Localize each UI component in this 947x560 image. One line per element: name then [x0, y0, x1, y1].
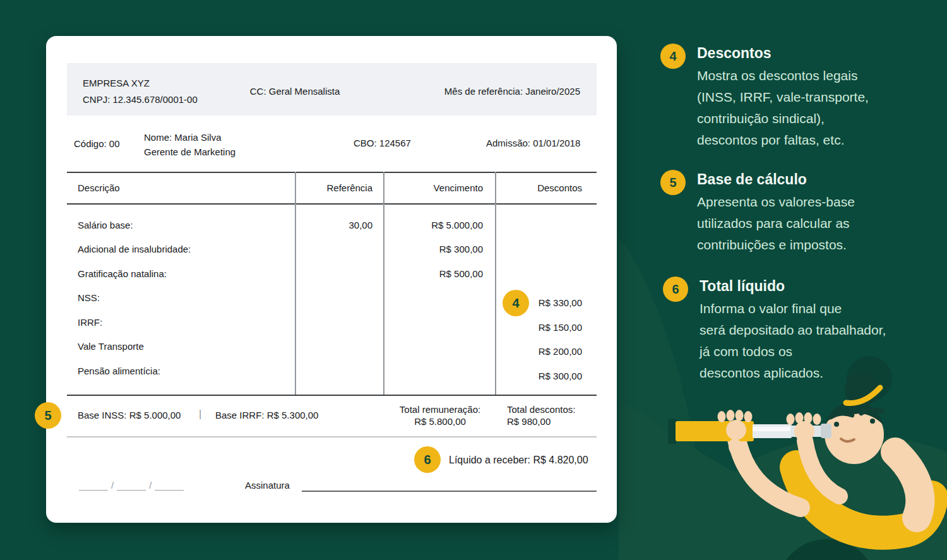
- date-blank: [79, 480, 108, 491]
- annotation-line: descontos aplicados.: [700, 362, 886, 384]
- annotation-5-badge: 5: [660, 170, 686, 195]
- row-label: Gratificação natalina:: [78, 268, 167, 279]
- table-header-border: [67, 203, 597, 205]
- totals-divider: [67, 436, 597, 438]
- row-label: Pensão alimentícia:: [78, 366, 160, 376]
- annotation-line: contribuição sindical),: [697, 108, 869, 129]
- employee-cbo: CBO: 124567: [354, 138, 411, 148]
- annotation-line: Informa o valor final que: [700, 298, 886, 319]
- header-reference: Referência: [326, 182, 372, 193]
- cell-earning: R$ 500,00: [439, 268, 483, 279]
- employee-role: Gerente de Marketing: [144, 146, 235, 157]
- cell-earning: R$ 5.000,00: [431, 220, 483, 230]
- annotation-5-title: Base de cálculo: [697, 170, 855, 189]
- date-slash: /: [108, 480, 117, 491]
- table-top-border: [67, 172, 597, 173]
- total-deductions-label: Total descontos:: [507, 404, 575, 415]
- marker-5-badge: 5: [35, 402, 61, 429]
- annotation-line: (INSS, IRRF, vale-transporte,: [697, 86, 869, 108]
- company-cnpj: CNPJ: 12.345.678/0001-00: [83, 94, 198, 105]
- employee-name: Nome: Maria Silva: [144, 132, 222, 143]
- employee-admission: Admissão: 01/01/2018: [486, 138, 580, 148]
- marker-6-badge: 6: [414, 446, 441, 473]
- row-label: Salário base:: [78, 220, 133, 230]
- total-deductions-value: R$ 980,00: [507, 416, 551, 427]
- annotation-6-badge: 6: [663, 277, 688, 302]
- signature-line: [302, 491, 597, 492]
- cell-deduction: R$ 330,00: [539, 297, 582, 308]
- row-label: NSS:: [78, 292, 100, 303]
- base-inss: Base INSS: R$ 5.000,00: [78, 410, 181, 420]
- company-name: EMPRESA XYZ: [83, 78, 150, 88]
- annotation-line: contribuições e impostos.: [697, 234, 855, 256]
- cell-reference: 30,00: [348, 220, 372, 230]
- net-amount: Líquido a receber: R$ 4.820,00: [449, 455, 588, 466]
- infographic-page: EMPRESA XYZ CNPJ: 12.345.678/0001-00 CC:…: [0, 0, 947, 560]
- annotation-item-6: 6 Total líquido Informa o valor final qu…: [663, 277, 886, 384]
- table-bottom-border: [67, 395, 597, 396]
- column-divider: [495, 172, 496, 395]
- signature-label: Assinatura: [245, 480, 290, 491]
- background-ornaments: [619, 209, 947, 560]
- base-irrf: Base IRRF: R$ 5.300,00: [215, 410, 318, 420]
- reference-month: Mês de referência: Janeiro/2025: [444, 86, 580, 97]
- cost-center: CC: Geral Mensalista: [232, 86, 358, 97]
- total-remuneration-label: Total remuneração:: [390, 404, 491, 415]
- header-earnings: Vencimento: [434, 182, 483, 193]
- column-divider: [383, 172, 384, 395]
- base-separator: |: [199, 408, 201, 420]
- cell-deduction: R$ 200,00: [539, 346, 582, 357]
- annotation-line: descontos por faltas, etc.: [697, 129, 869, 151]
- hands: [718, 410, 821, 455]
- marker-4-badge: 4: [503, 290, 529, 316]
- date-blanks: / /: [79, 480, 184, 491]
- annotation-line: Mostra os descontos legais: [697, 65, 869, 86]
- annotation-item-4: 4 Descontos Mostra os descontos legais (…: [660, 44, 869, 151]
- header-deductions: Descontos: [537, 182, 582, 193]
- annotation-line: utilizados para calcular as: [697, 213, 855, 234]
- total-remuneration-value: R$ 5.800,00: [390, 416, 491, 427]
- payslip-card: EMPRESA XYZ CNPJ: 12.345.678/0001-00 CC:…: [46, 36, 617, 523]
- row-label: IRRF:: [78, 317, 102, 328]
- annotation-item-5: 5 Base de cálculo Apresenta os valores-b…: [660, 170, 855, 256]
- cell-deduction: R$ 150,00: [539, 322, 582, 333]
- telescope-icon: [668, 419, 831, 444]
- date-blank: [155, 480, 184, 491]
- annotation-line: já com todos os: [700, 341, 886, 362]
- column-divider: [295, 172, 296, 395]
- row-label: Adicional de insalubridade:: [78, 244, 191, 254]
- date-slash: /: [146, 480, 155, 491]
- annotation-4-title: Descontos: [697, 44, 869, 63]
- header-description: Descrição: [78, 182, 120, 193]
- cell-deduction: R$ 300,00: [539, 371, 582, 381]
- annotation-line: Apresenta os valores-base: [697, 191, 855, 213]
- employee-code: Código: 00: [74, 138, 120, 149]
- date-blank: [117, 480, 146, 491]
- woman-figure: [668, 372, 931, 533]
- row-label: Vale Transporte: [78, 341, 144, 352]
- cell-earning: R$ 300,00: [439, 244, 483, 254]
- annotation-6-title: Total líquido: [700, 277, 886, 295]
- annotation-line: será depositado ao trabalhador,: [700, 319, 886, 341]
- annotation-4-badge: 4: [660, 44, 686, 69]
